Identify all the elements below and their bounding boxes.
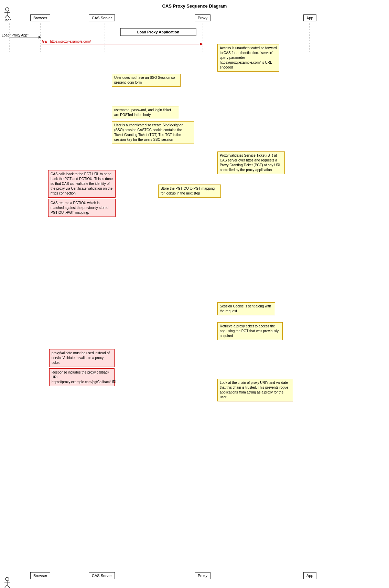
actor-browser-box-bottom: Browser <box>30 572 50 579</box>
actor-user-bottom: user <box>3 577 11 588</box>
diagram-title: CAS Proxy Sequence Diagram <box>0 0 389 11</box>
note-credentials: username, password, and login ticket are… <box>112 106 179 119</box>
svg-text:GET https://proxy.example.com/: GET https://proxy.example.com/ <box>42 40 91 43</box>
note-retrieve-proxy-ticket: Retrieve a proxy ticket to access the ap… <box>217 322 283 340</box>
actor-user-top-label: user <box>3 18 11 22</box>
actor-cas-box-bottom: CAS Server <box>89 572 115 579</box>
note-proxy-callback: Response includes the proxy callback URI… <box>49 368 115 386</box>
svg-rect-0 <box>120 28 196 36</box>
svg-marker-16 <box>39 36 41 39</box>
note-validate-proxy-chain: Look at the chain of proxy URI's and val… <box>217 379 293 401</box>
svg-line-165 <box>5 15 7 18</box>
svg-line-171 <box>7 585 10 588</box>
actor-user-top: user <box>3 7 11 22</box>
actor-cas-box-top: CAS Server <box>89 14 115 21</box>
svg-text:Load Proxy Application: Load Proxy Application <box>137 30 180 34</box>
svg-marker-19 <box>200 43 203 45</box>
actor-app-box-top: App <box>303 14 316 21</box>
svg-point-167 <box>6 577 9 581</box>
svg-line-170 <box>5 585 7 588</box>
note-proxy-validates: Proxy validates Service Ticket (ST) at C… <box>217 151 285 174</box>
actor-browser-box-top: Browser <box>30 14 50 21</box>
actor-app-box-bottom: App <box>303 572 316 579</box>
note-session-cookie-sent: Session Cookie is sent along with the re… <box>217 302 275 315</box>
note-cas-callback: CAS calls back to the PGT URL to hand ba… <box>48 170 116 198</box>
note-proxy-validate: proxyValidate must be used instead of se… <box>49 349 115 367</box>
note-store-mapping: Store the PGTIOU to PGT mapping for look… <box>158 185 221 198</box>
actor-proxy-box-bottom: Proxy <box>195 572 210 579</box>
note-cas-pgtiou: CAS returns a PGTIOU which is matched ag… <box>48 199 116 217</box>
svg-text:Load "Proxy App": Load "Proxy App" <box>2 33 29 37</box>
svg-point-162 <box>6 8 9 11</box>
actor-proxy-box-top: Proxy <box>195 14 210 21</box>
note-sso-created: User is authenticated so create Single-s… <box>112 121 194 144</box>
note-no-sso: User does not have an SSO Session so pre… <box>112 74 181 87</box>
note-unauthenticated: Access is unauthenticated so forward to … <box>217 44 279 72</box>
svg-line-166 <box>7 15 10 18</box>
